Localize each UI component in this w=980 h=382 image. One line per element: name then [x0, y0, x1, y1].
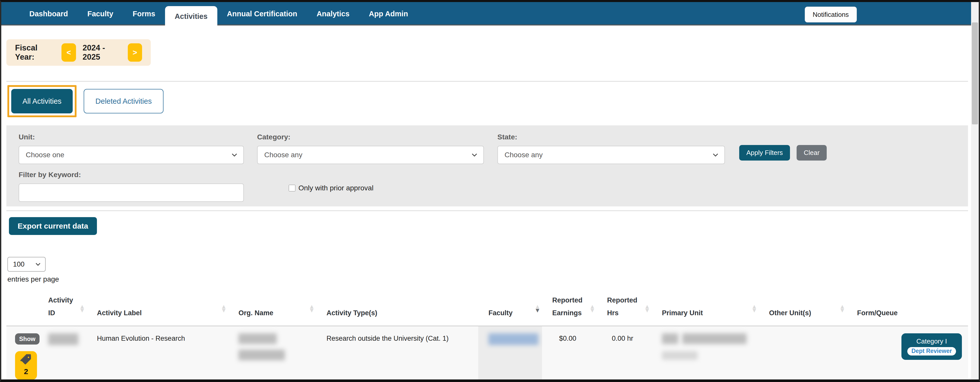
col-reported-hrs[interactable]: Reported Hrs▲▼	[597, 294, 652, 326]
unit-label: Unit:	[19, 133, 244, 141]
unit-select-value: Choose one	[26, 151, 64, 159]
reported-hrs-cell: 0.00 hr	[597, 326, 652, 382]
sort-arrows[interactable]: ▲▼	[79, 305, 85, 312]
top-navbar: Dashboard Faculty Forms Activities Annua…	[1, 2, 971, 25]
page-content: Fiscal Year: < 2024 - 2025 > All Activit…	[6, 39, 968, 382]
fiscal-year-bar: Fiscal Year: < 2024 - 2025 >	[6, 39, 151, 66]
filter-panel: Unit: Choose one Category: Choose any St…	[6, 125, 968, 206]
sort-arrows[interactable]: ▲▼	[839, 305, 845, 312]
redacted-org-name	[239, 350, 285, 360]
nav-item-analytics[interactable]: Analytics	[307, 2, 359, 25]
col-reported-earnings[interactable]: Reported Earnings▲▼	[542, 294, 597, 326]
other-units-cell	[759, 326, 847, 382]
activity-label-cell: Human Evolution - Research	[87, 326, 228, 382]
col-faculty[interactable]: Faculty▲▼	[478, 294, 542, 326]
fiscal-year-prev-button[interactable]: <	[62, 43, 76, 62]
nav-item-dashboard[interactable]: Dashboard	[20, 2, 78, 25]
col-actions	[6, 294, 45, 326]
redacted-faculty-link[interactable]	[488, 333, 538, 345]
queue-pill[interactable]: Dept Reviewer	[907, 347, 956, 355]
faculty-cell	[478, 326, 542, 382]
tab-all-activities[interactable]: All Activities	[11, 89, 73, 113]
sort-arrows[interactable]: ▲▼	[644, 305, 650, 312]
nav-item-forms[interactable]: Forms	[123, 2, 165, 25]
col-primary-unit[interactable]: Primary Unit▲▼	[652, 294, 759, 326]
prior-approval-checkbox[interactable]	[289, 185, 295, 192]
org-name-cell	[228, 326, 316, 382]
col-other-units[interactable]: Other Unit(s)▲▼	[759, 294, 847, 326]
category-select[interactable]: Choose any	[257, 146, 484, 164]
nav-item-app-admin[interactable]: App Admin	[359, 2, 418, 25]
col-form-queue: Form/Queue	[847, 294, 968, 326]
col-activity-types: Activity Type(s)	[316, 294, 478, 326]
tab-deleted-activities[interactable]: Deleted Activities	[84, 89, 164, 113]
filter-actions: Apply Filters Clear	[739, 145, 827, 160]
chevron-down-icon	[472, 153, 477, 157]
show-row-button[interactable]: Show	[15, 333, 40, 344]
attachments-badge[interactable]: 2	[15, 351, 37, 380]
fiscal-year-next-button[interactable]: >	[128, 43, 142, 62]
activities-table: Activity ID▲▼ Activity Label▲▼ Org. Name…	[6, 294, 968, 382]
section-divider	[6, 211, 968, 211]
redacted-activity-id	[48, 333, 78, 345]
col-activity-label[interactable]: Activity Label▲▼	[87, 294, 228, 326]
clear-filters-button[interactable]: Clear	[797, 145, 827, 160]
sort-arrows[interactable]: ▲▼	[535, 305, 541, 312]
redacted-org-name	[239, 333, 277, 344]
vertical-scrollbar[interactable]	[971, 2, 979, 379]
reported-earnings-cell: $0.00	[542, 326, 597, 382]
activity-id-cell	[45, 326, 87, 382]
nav-item-faculty[interactable]: Faculty	[78, 2, 123, 25]
nav-item-activities[interactable]: Activities	[165, 6, 217, 27]
entries-per-page-label: entries per page	[7, 275, 968, 284]
prior-approval-group: Only with prior approval	[289, 184, 374, 192]
keyword-input[interactable]	[19, 184, 244, 202]
fiscal-year-value: 2024 - 2025	[83, 43, 121, 62]
chevron-down-icon	[713, 153, 718, 157]
nav-item-annual-certification[interactable]: Annual Certification	[217, 2, 307, 25]
scrollbar-thumb[interactable]	[972, 22, 978, 124]
app-window: Dashboard Faculty Forms Activities Annua…	[0, 0, 980, 382]
export-data-button[interactable]: Export current data	[9, 217, 97, 235]
sort-arrows[interactable]: ▲▼	[221, 305, 227, 312]
redacted-primary-unit	[662, 333, 678, 344]
prior-approval-label: Only with prior approval	[298, 184, 374, 192]
page-size-value: 100	[13, 260, 24, 268]
col-org-name[interactable]: Org. Name▲▼	[228, 294, 316, 326]
table-row: Show 2	[6, 326, 968, 382]
section-divider	[6, 81, 968, 82]
col-activity-id[interactable]: Activity ID▲▼	[45, 294, 87, 326]
form-queue-cell: Category I Dept Reviewer	[847, 326, 968, 382]
redacted-primary-unit	[682, 333, 747, 344]
unit-select[interactable]: Choose one	[19, 146, 244, 164]
page-size-select[interactable]: 100	[7, 257, 46, 272]
form-category-label: Category I	[916, 338, 947, 345]
notifications-button[interactable]: Notifications	[805, 6, 857, 22]
category-label: Category:	[257, 133, 484, 141]
sort-arrows[interactable]: ▲▼	[589, 305, 595, 312]
state-filter-group: State: Choose any	[497, 133, 725, 164]
table-header-row: Activity ID▲▼ Activity Label▲▼ Org. Name…	[6, 294, 968, 326]
category-filter-group: Category: Choose any	[257, 133, 484, 164]
tags-icon	[21, 353, 32, 365]
keyword-filter-group: Filter by Keyword:	[19, 171, 244, 202]
category-select-value: Choose any	[264, 151, 302, 159]
chevron-down-icon	[35, 263, 41, 266]
unit-filter-group: Unit: Choose one	[19, 133, 244, 164]
keyword-label: Filter by Keyword:	[19, 171, 244, 179]
primary-unit-cell	[652, 326, 759, 382]
state-select-value: Choose any	[504, 151, 542, 159]
page-size-control: 100 entries per page	[7, 257, 968, 284]
redacted-primary-unit	[662, 351, 698, 360]
actions-cell: Show 2	[6, 326, 45, 382]
apply-filters-button[interactable]: Apply Filters	[739, 145, 790, 160]
active-tab-highlight: All Activities	[7, 85, 76, 117]
state-select[interactable]: Choose any	[497, 146, 725, 164]
form-queue-badge[interactable]: Category I Dept Reviewer	[901, 333, 962, 360]
sort-arrows[interactable]: ▲▼	[751, 305, 757, 312]
state-label: State:	[497, 133, 725, 141]
sort-arrows[interactable]: ▲▼	[309, 305, 315, 312]
chevron-down-icon	[232, 153, 237, 157]
view-tabs: All Activities Deleted Activities	[7, 85, 968, 117]
activity-types-cell: Research outside the University (Cat. 1)	[316, 326, 478, 382]
